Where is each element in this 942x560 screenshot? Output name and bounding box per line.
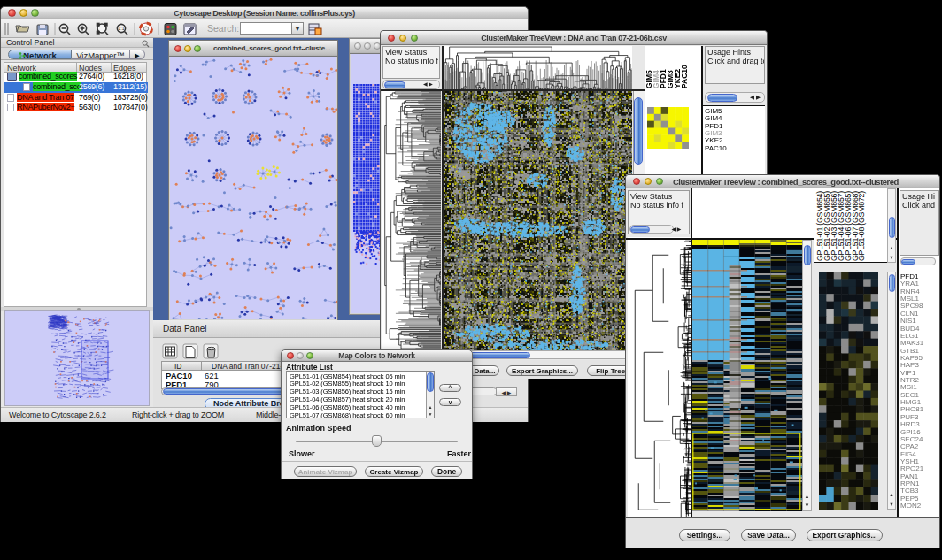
svg-text:1:1: 1:1 (119, 26, 125, 31)
